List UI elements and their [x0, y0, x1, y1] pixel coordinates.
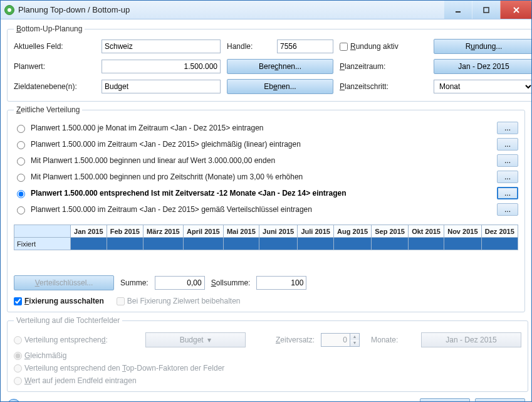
distribution-details-button-5[interactable]: ... [497, 203, 518, 216]
timestep-select[interactable]: Monat [434, 80, 531, 93]
levels-button[interactable]: Ebenen... [227, 79, 333, 94]
distribution-details-button-3[interactable]: ... [497, 171, 518, 183]
distribution-radio-1[interactable] [17, 141, 25, 149]
calculate-button[interactable]: Berechnen... [227, 59, 333, 74]
distribution-details-button-1[interactable]: ... [497, 138, 518, 151]
distribution-key-button[interactable]: Verteilschlüssel... [14, 275, 114, 290]
distribution-options: Planwert 1.500.000 je Monat im Zeitraum … [14, 122, 518, 216]
sub-opt1-radio [14, 336, 22, 344]
planzeitraum-label: Planzeitraum: [340, 62, 427, 71]
month-data-cell[interactable] [481, 238, 518, 250]
month-header-cell: April 2015 [183, 225, 223, 238]
distribution-details-button-2[interactable]: ... [497, 154, 518, 167]
distribution-radio-3[interactable] [17, 174, 25, 182]
distribution-option-1: Planwert 1.500.000 im Zeitraum <Jan - De… [14, 138, 518, 151]
distribution-label-3: Mit Planwert 1.500.000 beginnen und pro … [31, 172, 493, 181]
planning-dialog: Planung Top-down / Bottom-up Bottom-Up-P… [0, 0, 532, 402]
month-header-cell: Sep 2015 [372, 225, 409, 238]
maximize-button[interactable] [472, 1, 500, 19]
month-data-cell[interactable] [107, 238, 143, 250]
zieldaten-input[interactable] [102, 80, 221, 93]
sub-opt4-radio [14, 377, 22, 385]
planzeitschritt-label: Planzeitschritt: [340, 82, 427, 91]
month-header-blank [14, 225, 71, 238]
planwert-label: Planwert: [14, 62, 95, 71]
distribution-radio-0[interactable] [17, 125, 25, 133]
handle-label: Handle: [227, 42, 271, 51]
month-data-cell[interactable] [259, 238, 297, 250]
handle-input[interactable] [277, 40, 333, 53]
rounding-button[interactable]: Rundung... [434, 39, 531, 54]
rounding-active-checkbox[interactable] [340, 43, 348, 51]
month-header-cell: Juni 2015 [259, 225, 297, 238]
month-data-cell[interactable] [143, 238, 183, 250]
window-title: Planung Top-down / Bottom-up [18, 5, 444, 14]
distribution-label-2: Mit Planwert 1.500.000 beginnen und line… [31, 156, 493, 165]
month-table: Jan 2015Feb 2015März 2015April 2015Mai 2… [14, 225, 518, 250]
sum-label: Summe: [120, 278, 149, 287]
close-button[interactable] [500, 1, 531, 19]
monate-label: Monate: [371, 336, 415, 344]
month-data-cell[interactable] [409, 238, 444, 250]
month-header-cell: Aug 2015 [333, 225, 371, 238]
distribution-details-button-4[interactable]: ... [497, 187, 518, 199]
keep-target-label: Bei Fixierung Zielwert beibehalten [127, 297, 241, 305]
month-data-cell[interactable] [333, 238, 371, 250]
month-header-cell: Jan 2015 [71, 225, 107, 238]
sub-opt4-label: Wert auf jedem Endfeld eintragen [24, 376, 137, 385]
sub-opt3-radio [14, 364, 22, 373]
help-button[interactable]: ? [7, 399, 21, 401]
dialog-footer: ? OK Abbrechen [7, 396, 525, 401]
zeitversatz-stepper: ▲▼ [321, 333, 365, 347]
stepper-up-icon: ▲ [350, 334, 359, 340]
titlebar: Planung Top-down / Bottom-up [1, 1, 531, 19]
ok-button[interactable]: OK [420, 398, 470, 401]
client-area: Bottom-Up-Planung Aktuelles Feld: Handle… [1, 19, 531, 401]
month-header-cell: Dez 2015 [481, 225, 518, 238]
children-distribution-legend: Verteilung auf die Tochterfelder [14, 316, 122, 325]
distribution-radio-5[interactable] [17, 206, 25, 214]
bottom-up-group: Bottom-Up-Planung Aktuelles Feld: Handle… [7, 24, 531, 102]
svg-rect-1 [484, 8, 489, 13]
month-data-cell[interactable] [71, 238, 107, 250]
disable-fixation-checkbox[interactable] [14, 297, 22, 305]
distribution-radio-2[interactable] [17, 157, 25, 166]
time-distribution-group: Zeitliche Verteilung Planwert 1.500.000 … [7, 105, 525, 312]
month-header-cell: Nov 2015 [444, 225, 482, 238]
period-button[interactable]: Jan - Dez 2015 [434, 59, 531, 74]
month-data-cell[interactable] [444, 238, 482, 250]
children-distribution-group: Verteilung auf die Tochterfelder Verteil… [7, 316, 528, 392]
zieldaten-label: Zieldatenebene(n): [14, 82, 95, 91]
minimize-button[interactable] [444, 1, 472, 19]
distribution-option-5: Planwert 1.500.000 im Zeitraum <Jan - De… [14, 203, 518, 216]
target-sum-input[interactable] [256, 276, 306, 290]
distribution-option-3: Mit Planwert 1.500.000 beginnen und pro … [14, 171, 518, 183]
time-distribution-legend: Zeitliche Verteilung [14, 105, 82, 114]
zeitversatz-input [321, 333, 350, 347]
rounding-active-row: Rundung aktiv [340, 42, 427, 51]
month-data-cell[interactable] [298, 238, 334, 250]
zeitversatz-label: Zeitversatz: [252, 336, 315, 344]
distribution-option-2: Mit Planwert 1.500.000 beginnen und line… [14, 154, 518, 167]
bottom-up-legend: Bottom-Up-Planung [14, 24, 85, 33]
sub-opt2-radio [14, 352, 22, 360]
month-data-cell[interactable] [372, 238, 409, 250]
app-icon [4, 5, 14, 15]
month-header-cell: Juli 2015 [298, 225, 334, 238]
sum-input[interactable] [155, 276, 205, 290]
distribution-option-4: Planwert 1.500.000 entsprechend Ist mit … [14, 187, 518, 199]
distribution-details-button-0[interactable]: ... [497, 122, 518, 134]
window-buttons [444, 1, 531, 19]
cancel-button[interactable]: Abbrechen [475, 398, 525, 401]
current-field-label: Aktuelles Feld: [14, 42, 95, 51]
month-data-cell[interactable] [183, 238, 223, 250]
distribution-label-0: Planwert 1.500.000 je Monat im Zeitraum … [31, 124, 493, 132]
sub-opt3-label: Verteilung entsprechend den Top-Down-Fak… [24, 364, 224, 373]
sub-period-button: Jan - Dez 2015 [421, 332, 521, 347]
stepper-down-icon: ▼ [350, 340, 359, 346]
planwert-input[interactable] [102, 60, 221, 73]
distribution-radio-4[interactable] [17, 190, 25, 198]
current-field-input[interactable] [102, 40, 221, 53]
distribution-label-1: Planwert 1.500.000 im Zeitraum <Jan - De… [31, 140, 493, 149]
month-data-cell[interactable] [223, 238, 259, 250]
